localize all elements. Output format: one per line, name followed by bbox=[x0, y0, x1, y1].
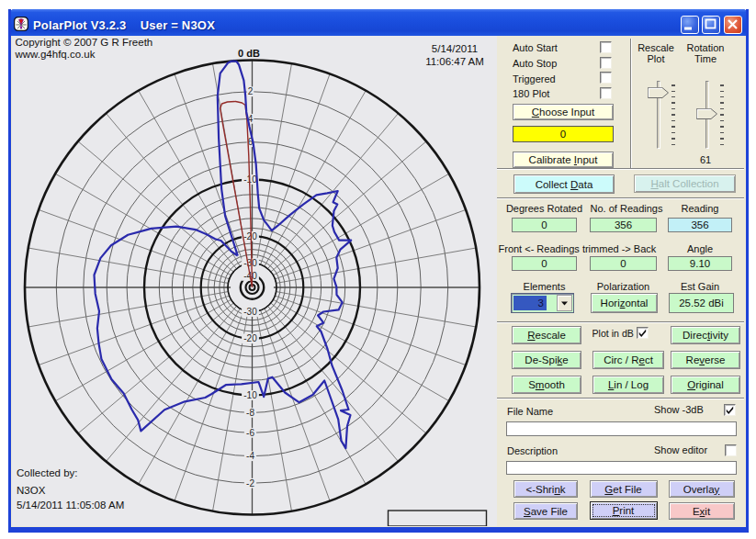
svg-text:-30: -30 bbox=[243, 307, 257, 317]
svg-text:2: 2 bbox=[247, 86, 253, 96]
svg-text:-8: -8 bbox=[246, 408, 254, 418]
svg-text:Collected by:: Collected by: bbox=[17, 467, 77, 478]
svg-text:5/14/2011: 5/14/2011 bbox=[431, 43, 477, 54]
svg-text:5/14/2011 11:05:08 AM: 5/14/2011 11:05:08 AM bbox=[17, 500, 124, 511]
svg-text:-2: -2 bbox=[246, 478, 254, 488]
svg-text:-4: -4 bbox=[246, 451, 254, 461]
svg-text:-30: -30 bbox=[243, 258, 257, 268]
svg-text:0 dB: 0 dB bbox=[238, 48, 260, 59]
svg-text:www.g4hfq.co.uk: www.g4hfq.co.uk bbox=[14, 49, 95, 60]
svg-text:-20: -20 bbox=[243, 333, 257, 343]
svg-text:Copyright © 2007 G R Freeth: Copyright © 2007 G R Freeth bbox=[15, 37, 152, 48]
svg-text:-6: -6 bbox=[246, 428, 254, 438]
svg-text:-10: -10 bbox=[243, 390, 257, 400]
svg-text:N3OX: N3OX bbox=[17, 485, 46, 496]
svg-text:11:06:47 AM: 11:06:47 AM bbox=[425, 56, 484, 67]
svg-text:-10: -10 bbox=[243, 174, 257, 185]
